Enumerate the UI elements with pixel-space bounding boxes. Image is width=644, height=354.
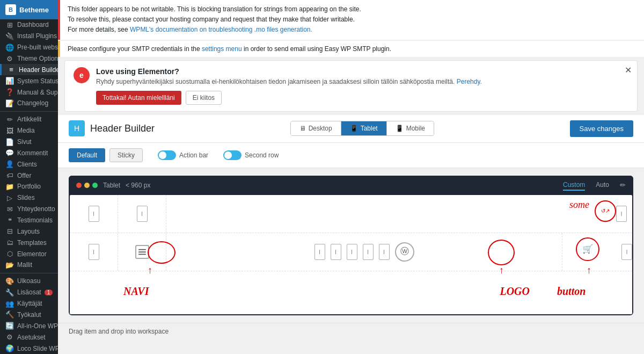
sidebar-item-kayttajat[interactable]: 👥 Käyttäjät [0, 298, 58, 309]
elementor-icon: ⬡ [5, 250, 14, 258]
mobile-icon: 📱 [396, 125, 404, 132]
folder-icon: 📁 [5, 182, 14, 191]
sidebar-item-asetukset[interactable]: ⚙ Asetukset [0, 331, 58, 343]
sidebar-item-portfolio[interactable]: 📁 Portfolio [0, 181, 58, 192]
preview-device-label: Tablet [103, 182, 120, 189]
sidebar-item-label: Asetukset [17, 334, 46, 341]
device-tab-tablet[interactable]: 📱 Tablet [341, 121, 387, 135]
cell-cursor-7[interactable]: I [347, 244, 357, 260]
cell-cursor-1[interactable]: I [89, 206, 99, 222]
notes-icon: 📝 [5, 99, 14, 107]
sidebar-item-ulkoasu[interactable]: 🎨 Ulkoasu [0, 276, 58, 287]
cell-cursor-10[interactable]: I [621, 244, 632, 260]
sidebar-item-label: Kommentit [17, 149, 48, 157]
cell-cursor-5[interactable]: I [314, 244, 325, 260]
dot-red [76, 183, 82, 188]
sidebar-item-label: Lisäosat [17, 288, 41, 296]
builder-header: H Header Builder 🖥 Desktop 📱 Tablet 📱 Mo… [58, 115, 644, 143]
sidebar-item-clients[interactable]: 👤 Clients [0, 158, 58, 170]
preview-tab-auto[interactable]: Auto [596, 180, 609, 191]
row-tabs: Default Sticky Action bar Second row [58, 143, 644, 168]
sidebar-item-offer[interactable]: 🏷 Offer [0, 170, 58, 181]
action-bar-toggle[interactable] [158, 150, 176, 160]
button-circle: 🛒 [576, 237, 599, 261]
row-tab-default[interactable]: Default [69, 148, 105, 162]
sidebar-item-system-status[interactable]: 📊 System Status [0, 75, 58, 86]
sidebar-item-label: Loco Slide WP [17, 345, 58, 352]
sidebar-item-pre-built[interactable]: 🌐 Pre-built websites [0, 42, 58, 53]
cell-cursor-3[interactable]: I [616, 206, 627, 222]
error-line-3: For more details, see WPML's documentati… [68, 25, 636, 35]
smtp-settings-link[interactable]: settings menu [202, 45, 242, 53]
loco-icon: 🌍 [5, 344, 14, 353]
hamburger-menu-icon[interactable] [135, 245, 149, 259]
row-tab-sticky[interactable]: Sticky [109, 148, 143, 162]
sidebar-item-lisaosat[interactable]: 🔧 Lisäosat 1 [0, 287, 58, 298]
cell-cursor-6[interactable]: I [331, 244, 341, 260]
device-tab-mobile[interactable]: 📱 Mobile [387, 121, 434, 135]
save-changes-button[interactable]: Save changes [570, 120, 633, 137]
error-line-2: To resolve this, please contact your hos… [68, 15, 636, 25]
sidebar-item-install-plugins[interactable]: 🔌 Install Plugins [0, 31, 58, 42]
preview-canvas: I I some ↺↗ I [70, 195, 632, 314]
elementor-decline-button[interactable]: Ei kiitos [186, 91, 222, 105]
sidebar-item-changelog[interactable]: 📝 Changelog [0, 98, 58, 109]
cell-cursor-9[interactable]: I [379, 244, 390, 260]
elementor-accept-button[interactable]: Tottakai! Autan mielellläni [96, 91, 181, 105]
sidebar-item-theme-options[interactable]: ⚙ Theme Options [0, 53, 58, 64]
edit-icon: ✏ [5, 115, 14, 124]
cell-cursor-2[interactable]: I [137, 206, 148, 222]
action-bar-toggle-group: Action bar [158, 150, 208, 160]
quote-icon: ❝ [5, 216, 14, 225]
sidebar-item-templates[interactable]: 🗂 Templates [0, 237, 58, 248]
close-elementor-notice[interactable]: ✕ [625, 65, 632, 75]
sidebar-item-label: Theme Options [17, 55, 58, 62]
sidebar-item-header-builder[interactable]: ≡ Header Builder [0, 64, 58, 75]
preview-tab-custom[interactable]: Custom [563, 180, 585, 191]
canvas-row-1: I I some ↺↗ I [70, 195, 632, 233]
sidebar-item-tyokalut[interactable]: 🔨 Työkalut [0, 309, 58, 320]
sidebar-item-artikkelit[interactable]: ✏ Artikkelit [0, 114, 58, 125]
tag-icon: 🏷 [5, 171, 14, 180]
sidebar-item-layouts[interactable]: ⊟ Layouts [0, 226, 58, 237]
sidebar-item-elementor[interactable]: ⬡ Elementor [0, 248, 58, 259]
sidebar-item-sivut[interactable]: 📄 Sivut [0, 136, 58, 148]
sidebar-item-mallit[interactable]: 📂 Mallit [0, 259, 58, 271]
sidebar-item-label: Yhteydenotto [17, 205, 55, 213]
cell-cursor-8[interactable]: I [363, 244, 374, 260]
sidebar-item-label: System Status [17, 77, 58, 85]
logo-circle [488, 240, 515, 265]
cell-cursor-4[interactable]: I [89, 244, 99, 260]
sidebar-item-slides[interactable]: ▷ Slides [0, 192, 58, 204]
sidebar-item-manual-support[interactable]: ❓ Manual & Support [0, 86, 58, 98]
sidebar-item-media[interactable]: 🖼 Media [0, 125, 58, 136]
sidebar-item-label: Pre-built websites [17, 44, 58, 51]
sidebar-item-dashboard[interactable]: ⊞ Dashboard [0, 19, 58, 31]
mail-icon: ✉ [5, 205, 14, 213]
sidebar-item-kommentit[interactable]: 💬 Kommentit [0, 147, 58, 158]
tools-icon: 🔨 [5, 310, 14, 319]
sidebar-logo[interactable]: B Betheme [0, 0, 58, 19]
plugin-icon: 🔌 [5, 32, 14, 40]
annotation-spacer [70, 271, 632, 314]
page-icon: 📄 [5, 138, 14, 146]
sidebar-item-label: Clients [17, 161, 37, 168]
elementor-notice: e Love using Elementor? Ryhdy superhyvän… [64, 60, 638, 112]
error-docs-link[interactable]: WPML's documentation on troubleshooting … [130, 26, 312, 33]
elementor-learn-link[interactable]: Perehdy. [457, 78, 482, 85]
sidebar-item-testimonials[interactable]: ❝ Testimonials [0, 215, 58, 226]
layout-icon: ⊟ [5, 227, 14, 236]
sidebar-item-all-in-one[interactable]: 🔄 All-in-One WP Migration [0, 320, 58, 331]
canvas-cell-1-1: I [70, 195, 118, 233]
second-row-toggle[interactable] [223, 150, 241, 160]
second-row-toggle-group: Second row [223, 150, 279, 160]
sidebar-item-loco[interactable]: 🌍 Loco Slide WP [0, 343, 58, 354]
wordpress-logo-icon[interactable]: ⓦ [395, 242, 414, 262]
edit-icon[interactable]: ✏ [620, 181, 626, 189]
builder-icon: ≡ [7, 66, 16, 74]
sidebar-item-yhteydenotto[interactable]: ✉ Yhteydenotto [0, 204, 58, 215]
device-tab-desktop[interactable]: 🖥 Desktop [291, 121, 341, 135]
desktop-icon: 🖥 [299, 125, 306, 132]
sidebar: B Betheme ⊞ Dashboard 🔌 Install Plugins … [0, 0, 58, 354]
chart-icon: 📊 [5, 77, 14, 85]
